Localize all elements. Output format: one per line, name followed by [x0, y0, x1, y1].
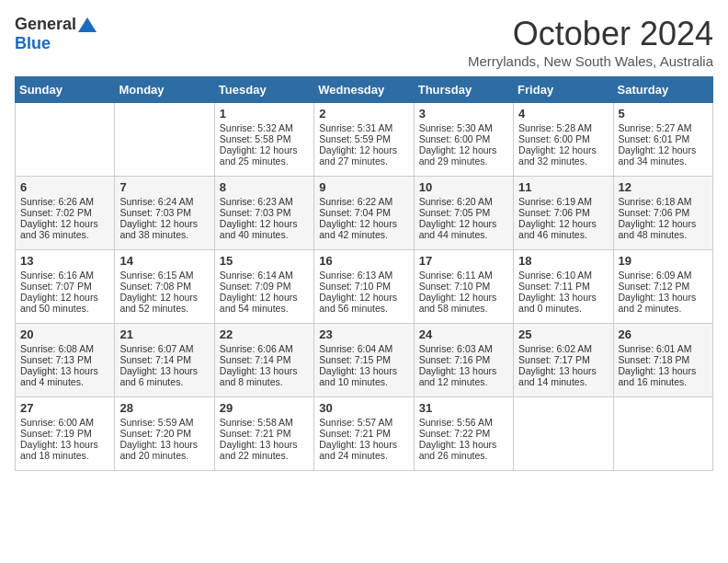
location-text: Merrylands, New South Wales, Australia [468, 53, 713, 69]
calendar-cell: 13Sunrise: 6:16 AMSunset: 7:07 PMDayligh… [16, 250, 115, 324]
day-info: Sunrise: 6:02 AM [518, 343, 608, 354]
day-info: and 52 minutes. [119, 303, 209, 314]
day-number: 22 [220, 327, 309, 341]
day-info: Daylight: 12 hours [20, 218, 109, 229]
calendar-cell [16, 103, 115, 177]
day-info: Sunset: 7:21 PM [220, 428, 309, 439]
day-info: and 25 minutes. [220, 155, 309, 167]
day-info: Daylight: 12 hours [518, 144, 608, 155]
day-info: and 20 minutes. [119, 450, 209, 461]
calendar-cell: 16Sunrise: 6:13 AMSunset: 7:10 PMDayligh… [314, 250, 414, 324]
day-info: and 38 minutes. [119, 229, 209, 240]
day-info: Sunrise: 5:31 AM [319, 122, 408, 133]
day-info: Daylight: 12 hours [319, 292, 408, 303]
day-number: 20 [20, 327, 109, 341]
day-number: 7 [119, 180, 209, 194]
calendar-cell: 21Sunrise: 6:07 AMSunset: 7:14 PMDayligh… [115, 324, 214, 397]
day-info: Sunrise: 6:22 AM [319, 196, 408, 207]
calendar-cell: 28Sunrise: 5:59 AMSunset: 7:20 PMDayligh… [115, 397, 214, 471]
day-number: 19 [619, 254, 708, 268]
day-info: and 27 minutes. [319, 155, 408, 167]
calendar-cell: 26Sunrise: 6:01 AMSunset: 7:18 PMDayligh… [613, 324, 712, 397]
day-info: Sunrise: 5:57 AM [319, 417, 408, 428]
day-number: 14 [119, 254, 209, 268]
day-info: Sunset: 7:20 PM [119, 428, 209, 439]
day-number: 21 [119, 327, 209, 341]
day-info: Daylight: 13 hours [20, 439, 109, 450]
day-info: and 44 minutes. [419, 229, 508, 240]
day-info: Daylight: 12 hours [119, 292, 209, 303]
calendar-cell: 3Sunrise: 5:30 AMSunset: 6:00 PMDaylight… [414, 103, 513, 177]
week-row-3: 13Sunrise: 6:16 AMSunset: 7:07 PMDayligh… [16, 250, 713, 324]
month-title: October 2024 [468, 15, 713, 53]
day-info: Sunrise: 6:24 AM [119, 196, 209, 207]
logo-icon [78, 17, 97, 32]
day-info: Sunrise: 5:58 AM [220, 417, 309, 428]
day-info: Daylight: 12 hours [319, 218, 408, 229]
day-info: and 6 minutes. [119, 376, 209, 387]
day-number: 4 [518, 107, 608, 121]
calendar-cell: 24Sunrise: 6:03 AMSunset: 7:16 PMDayligh… [414, 324, 513, 397]
calendar-cell: 29Sunrise: 5:58 AMSunset: 7:21 PMDayligh… [214, 397, 313, 471]
day-info: and 56 minutes. [319, 303, 408, 314]
day-info: and 22 minutes. [220, 450, 309, 461]
day-info: Sunset: 7:11 PM [518, 281, 608, 292]
day-number: 29 [220, 401, 309, 415]
day-info: Daylight: 13 hours [619, 365, 708, 376]
day-info: Sunrise: 6:06 AM [220, 343, 309, 354]
day-info: and 4 minutes. [20, 376, 109, 387]
page-header: General Blue October 2024 Merrylands, Ne… [15, 15, 713, 69]
logo: General Blue [15, 15, 97, 53]
day-number: 30 [319, 401, 408, 415]
day-info: Sunrise: 6:16 AM [20, 270, 109, 281]
day-info: and 46 minutes. [518, 229, 608, 240]
day-info: and 16 minutes. [619, 376, 708, 387]
day-info: Sunrise: 6:09 AM [619, 270, 708, 281]
day-info: Sunset: 7:10 PM [419, 281, 508, 292]
day-info: Daylight: 12 hours [119, 218, 209, 229]
day-number: 6 [20, 180, 109, 194]
day-info: Sunrise: 5:32 AM [220, 122, 309, 133]
day-info: Daylight: 13 hours [419, 439, 508, 450]
calendar-cell [613, 397, 712, 471]
day-info: Sunset: 7:04 PM [319, 207, 408, 218]
calendar-cell: 20Sunrise: 6:08 AMSunset: 7:13 PMDayligh… [16, 324, 115, 397]
day-info: Sunrise: 6:08 AM [20, 343, 109, 354]
calendar-cell: 2Sunrise: 5:31 AMSunset: 5:59 PMDaylight… [314, 103, 414, 177]
day-number: 17 [419, 254, 508, 268]
day-info: Sunrise: 6:10 AM [518, 270, 608, 281]
calendar-cell: 19Sunrise: 6:09 AMSunset: 7:12 PMDayligh… [613, 250, 712, 324]
calendar-cell [514, 397, 613, 471]
day-info: Daylight: 12 hours [220, 292, 309, 303]
day-number: 1 [220, 107, 309, 121]
day-info: and 40 minutes. [220, 229, 309, 240]
calendar-cell: 22Sunrise: 6:06 AMSunset: 7:14 PMDayligh… [214, 324, 313, 397]
day-info: Daylight: 13 hours [220, 439, 309, 450]
day-number: 27 [20, 401, 109, 415]
calendar-cell: 14Sunrise: 6:15 AMSunset: 7:08 PMDayligh… [115, 250, 214, 324]
day-info: Daylight: 12 hours [220, 144, 309, 155]
day-number: 25 [518, 327, 608, 341]
day-info: Sunset: 7:19 PM [20, 428, 109, 439]
day-info: Daylight: 13 hours [119, 365, 209, 376]
column-header-friday: Friday [514, 77, 613, 103]
day-info: Sunset: 7:15 PM [319, 354, 408, 365]
day-number: 10 [419, 180, 508, 194]
day-info: Daylight: 13 hours [518, 292, 608, 303]
day-info: Sunset: 7:02 PM [20, 207, 109, 218]
week-row-4: 20Sunrise: 6:08 AMSunset: 7:13 PMDayligh… [16, 324, 713, 397]
calendar-cell: 9Sunrise: 6:22 AMSunset: 7:04 PMDaylight… [314, 177, 414, 250]
calendar-cell: 30Sunrise: 5:57 AMSunset: 7:21 PMDayligh… [314, 397, 414, 471]
day-info: Daylight: 12 hours [20, 292, 109, 303]
day-number: 24 [419, 327, 508, 341]
day-info: Sunrise: 5:30 AM [419, 122, 508, 133]
day-info: Sunrise: 6:03 AM [419, 343, 508, 354]
calendar-cell: 15Sunrise: 6:14 AMSunset: 7:09 PMDayligh… [214, 250, 313, 324]
day-number: 2 [319, 107, 408, 121]
calendar-cell: 11Sunrise: 6:19 AMSunset: 7:06 PMDayligh… [514, 177, 613, 250]
day-info: Sunset: 7:14 PM [220, 354, 309, 365]
day-info: Sunset: 7:10 PM [319, 281, 408, 292]
column-header-monday: Monday [115, 77, 214, 103]
week-row-1: 1Sunrise: 5:32 AMSunset: 5:58 PMDaylight… [16, 103, 713, 177]
day-info: Daylight: 13 hours [319, 365, 408, 376]
